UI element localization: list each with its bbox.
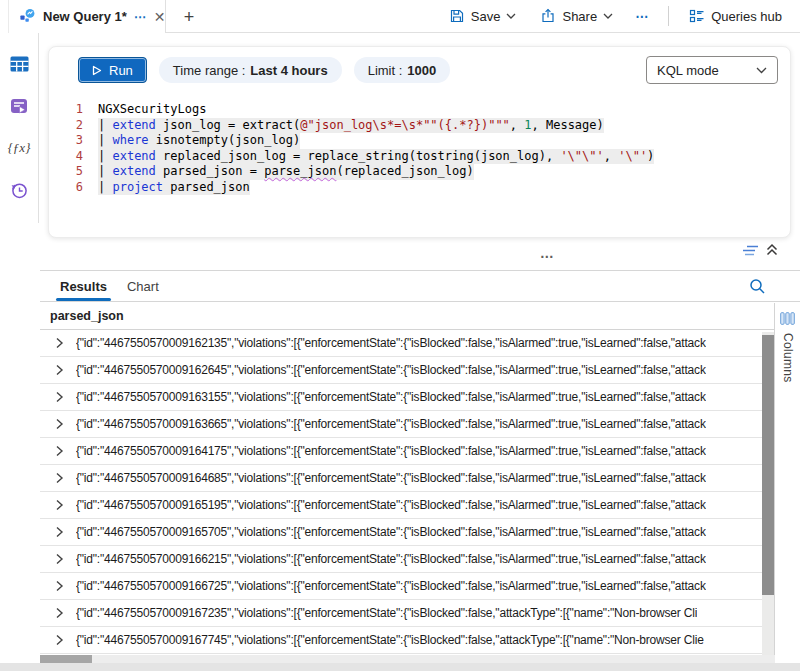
play-icon [92, 65, 102, 76]
share-button[interactable]: Share [532, 4, 621, 28]
code-text: | where isnotempty(json_log) [98, 133, 300, 149]
tab-close-icon[interactable]: ✕ [154, 10, 166, 24]
divider [668, 6, 669, 26]
top-bar: New Query 1* ⋯ ✕ + Save [0, 0, 800, 33]
line-number: 6 [49, 180, 83, 196]
tab-title: New Query 1* [43, 9, 127, 24]
chevron-down-icon [756, 67, 767, 74]
window-scroll-strip [0, 663, 800, 671]
code-text: | extend json_log = extract(@"json_log\s… [98, 118, 604, 134]
code-line[interactable]: 4| extend replaced_json_log = replace_st… [49, 149, 790, 165]
vertical-scrollbar-thumb[interactable] [762, 335, 774, 595]
column-header-parsed-json[interactable]: parsed_json [50, 309, 124, 323]
rail-divider [38, 33, 39, 223]
save-button[interactable]: Save [441, 4, 525, 28]
parsed-json-cell: {"id":"4467550570009167745","violations"… [76, 633, 704, 647]
search-icon[interactable] [749, 278, 766, 295]
vertical-scrollbar[interactable] [762, 332, 774, 655]
functions-icon[interactable]: {ƒx} [7, 137, 31, 159]
table-row[interactable]: {"id":"4467550570009162135","violations"… [40, 330, 800, 357]
limit-pill[interactable]: Limit : 1000 [354, 57, 451, 83]
columns-panel-label: Columns [781, 333, 795, 382]
tab-chart[interactable]: Chart [117, 271, 169, 301]
save-icon [449, 8, 465, 24]
chevron-down-icon [603, 13, 613, 19]
share-icon [540, 8, 556, 24]
expand-row-chevron-icon[interactable] [55, 418, 64, 430]
run-button[interactable]: Run [78, 57, 147, 83]
code-line[interactable]: 2| extend json_log = extract(@"json_log\… [49, 118, 790, 134]
kql-mode-select[interactable]: KQL mode [646, 56, 778, 84]
line-number: 2 [49, 118, 83, 134]
splitter-handle[interactable]: ⋯ [540, 249, 556, 263]
table-row[interactable]: {"id":"4467550570009163665","violations"… [40, 411, 800, 438]
table-row[interactable]: {"id":"4467550570009165705","violations"… [40, 519, 800, 546]
code-line[interactable]: 6| project parsed_json [49, 180, 790, 196]
topbar-underline [166, 32, 800, 33]
query-history-icon[interactable] [7, 179, 31, 201]
parsed-json-cell: {"id":"4467550570009167235","violations"… [76, 606, 697, 620]
table-row[interactable]: {"id":"4467550570009162645","violations"… [40, 357, 800, 384]
table-row[interactable]: {"id":"4467550570009165195","violations"… [40, 492, 800, 519]
connections-table-icon[interactable] [7, 53, 31, 75]
parsed-json-cell: {"id":"4467550570009165705","violations"… [76, 525, 706, 539]
expand-row-chevron-icon[interactable] [55, 580, 64, 592]
code-text: | project parsed_json [98, 180, 250, 196]
query-toolbar: Run Time range : Last 4 hours Limit : 10… [49, 47, 790, 93]
queries-hub-button[interactable]: Queries hub [681, 4, 790, 28]
expand-row-chevron-icon[interactable] [55, 472, 64, 484]
query-tab[interactable]: New Query 1* ⋯ ✕ [8, 0, 166, 33]
expand-row-chevron-icon[interactable] [55, 553, 64, 565]
table-row[interactable]: {"id":"4467550570009167235","violations"… [40, 600, 800, 627]
results-tabs: Results Chart [40, 271, 800, 302]
collapse-editor-icon[interactable] [765, 243, 779, 257]
adx-app-icon [19, 8, 36, 25]
more-actions-icon[interactable]: ⋯ [629, 5, 656, 28]
parsed-json-cell: {"id":"4467550570009166725","violations"… [76, 579, 706, 593]
columns-side-panel[interactable]: Columns [774, 303, 800, 663]
expand-row-chevron-icon[interactable] [55, 391, 64, 403]
grid-header-row[interactable]: parsed_json [40, 302, 800, 330]
left-rail: {ƒx} [0, 33, 38, 671]
table-row[interactable]: {"id":"4467550570009164175","violations"… [40, 438, 800, 465]
results-grid: {"id":"4467550570009162135","violations"… [40, 330, 800, 654]
code-line[interactable]: 3| where isnotempty(json_log) [49, 133, 790, 149]
query-editor[interactable]: 1NGXSecurityLogs2| extend json_log = ext… [49, 93, 790, 195]
tab-more-icon[interactable]: ⋯ [134, 11, 147, 23]
expand-row-chevron-icon[interactable] [55, 607, 64, 619]
tab-results[interactable]: Results [50, 271, 117, 301]
expand-row-chevron-icon[interactable] [55, 499, 64, 511]
table-row[interactable]: {"id":"4467550570009167745","violations"… [40, 627, 800, 654]
query-card: Run Time range : Last 4 hours Limit : 10… [48, 46, 791, 238]
line-number: 5 [49, 164, 83, 180]
code-text: | extend replaced_json_log = replace_str… [98, 149, 654, 165]
code-text: NGXSecurityLogs [98, 102, 206, 118]
time-range-pill[interactable]: Time range : Last 4 hours [159, 57, 342, 83]
expand-row-chevron-icon[interactable] [55, 364, 64, 376]
code-line[interactable]: 5| extend parsed_json = parse_json(repla… [49, 164, 790, 180]
table-row[interactable]: {"id":"4467550570009164685","violations"… [40, 465, 800, 492]
table-row[interactable]: {"id":"4467550570009163155","violations"… [40, 384, 800, 411]
parsed-json-cell: {"id":"4467550570009162135","violations"… [76, 336, 706, 350]
code-text: | extend parsed_json = parse_json(replac… [98, 164, 474, 180]
parsed-json-cell: {"id":"4467550570009162645","violations"… [76, 363, 706, 377]
parsed-json-cell: {"id":"4467550570009165195","violations"… [76, 498, 706, 512]
line-number: 4 [49, 149, 83, 165]
code-line[interactable]: 1NGXSecurityLogs [49, 102, 790, 118]
query-summary-icon[interactable] [742, 244, 759, 257]
parsed-json-cell: {"id":"4467550570009164685","violations"… [76, 471, 706, 485]
parsed-json-cell: {"id":"4467550570009163155","violations"… [76, 390, 706, 404]
expand-row-chevron-icon[interactable] [55, 445, 64, 457]
results-panel: Results Chart parsed_json {"id":"4467550… [40, 271, 800, 663]
table-row[interactable]: {"id":"4467550570009166725","violations"… [40, 573, 800, 600]
kusto-query-page: { "topbar": { "tab": { "title": "New Que… [0, 0, 800, 671]
panel-controls [742, 243, 779, 257]
table-row[interactable]: {"id":"4467550570009166215","violations"… [40, 546, 800, 573]
expand-row-chevron-icon[interactable] [55, 337, 64, 349]
chevron-down-icon [506, 13, 516, 19]
line-number: 1 [49, 102, 83, 118]
saved-scripts-icon[interactable] [7, 95, 31, 117]
new-tab-button[interactable]: + [176, 4, 202, 30]
expand-row-chevron-icon[interactable] [55, 634, 64, 646]
expand-row-chevron-icon[interactable] [55, 526, 64, 538]
